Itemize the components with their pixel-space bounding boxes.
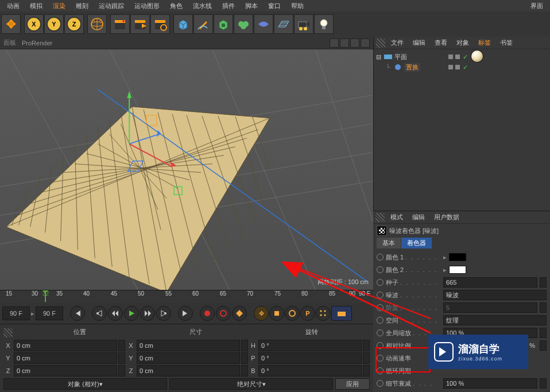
menu-script[interactable]: 脚本 (241, 1, 262, 11)
prev-key-button[interactable] (92, 306, 107, 321)
octave-input: 5 (443, 302, 537, 313)
generator-button[interactable] (214, 14, 233, 34)
frame-start-input[interactable] (2, 306, 30, 320)
space-select[interactable]: 纹理 (443, 315, 547, 325)
noise-type-select[interactable]: 噪波 (443, 290, 547, 300)
pos-z-input[interactable] (14, 365, 117, 377)
tab-basic[interactable]: 基本 (377, 238, 401, 249)
material-preview-icon[interactable] (471, 51, 483, 62)
mode-scale-button[interactable] (269, 306, 284, 321)
size-y-input[interactable] (137, 352, 240, 364)
time-ruler[interactable]: 15 30 32 35 40 45 50 55 60 65 70 75 80 8… (0, 290, 373, 303)
floor-button[interactable] (274, 14, 293, 34)
coord-mode-select[interactable]: 对象 (相对) ▾ (3, 378, 167, 390)
menu-render[interactable]: 渲染 (48, 1, 70, 11)
menu-anim[interactable]: 动画 (2, 1, 24, 11)
svg-point-19 (304, 27, 307, 30)
svg-point-14 (241, 24, 246, 29)
mode-rotate-button[interactable] (285, 306, 300, 321)
collapse-icon[interactable]: ⊟ (376, 53, 382, 61)
lightbulb-icon (316, 17, 331, 32)
mode-param-button[interactable]: P (300, 306, 315, 321)
prev-frame-button[interactable] (108, 306, 123, 321)
am-userdata[interactable]: 用户数据 (431, 212, 463, 223)
goto-end-button[interactable] (178, 306, 193, 321)
globe-icon (90, 17, 104, 32)
svg-point-5 (122, 20, 125, 22)
om-file[interactable]: 文件 (388, 37, 407, 48)
pos-y-input[interactable] (14, 352, 117, 364)
render-view-button[interactable] (110, 14, 130, 34)
primitive-cube-button[interactable] (173, 14, 193, 34)
next-key-button[interactable] (156, 306, 171, 321)
frame-end-input[interactable] (36, 306, 63, 320)
record-button[interactable] (200, 306, 215, 321)
deform-icon (236, 17, 251, 32)
color2-swatch[interactable] (449, 266, 466, 274)
axis-x-button[interactable]: X (24, 14, 44, 34)
goto-start-button[interactable] (70, 306, 85, 321)
menu-layout[interactable]: 界面 (526, 1, 548, 11)
3d-viewport[interactable]: 网格间距 : 100 cm (0, 49, 373, 290)
view-nav-1[interactable] (330, 38, 339, 48)
menu-sim[interactable]: 模拟 (25, 1, 47, 11)
rot-b-input[interactable] (258, 365, 362, 377)
menu-help[interactable]: 帮助 (286, 1, 308, 11)
axis-y-button[interactable]: Y (44, 14, 64, 34)
rot-p-input[interactable] (258, 352, 362, 364)
pos-x-input[interactable] (14, 340, 117, 351)
om-object[interactable]: 对象 (453, 37, 472, 48)
rot-h-input[interactable] (258, 340, 362, 351)
menu-window[interactable]: 窗口 (264, 1, 285, 11)
om-tags[interactable]: 标签 (475, 37, 494, 48)
light-button[interactable] (314, 14, 334, 34)
keysel-button[interactable] (232, 306, 247, 321)
camera-button[interactable] (294, 14, 313, 34)
menu-plugins[interactable]: 插件 (218, 1, 239, 11)
size-x-input[interactable] (137, 340, 240, 351)
svg-point-40 (96, 312, 99, 315)
play-button[interactable] (124, 306, 139, 321)
seed-input[interactable]: 665 (443, 277, 537, 288)
next-frame-button[interactable] (140, 306, 155, 321)
svg-rect-3 (115, 22, 125, 29)
panel-label[interactable]: 面板 (3, 38, 16, 47)
mode-move-button[interactable]: ✥ (254, 306, 269, 321)
apply-button[interactable]: 应用 (335, 378, 370, 390)
move-tool[interactable]: ✥ (1, 14, 21, 34)
mode-anim-button[interactable] (331, 306, 352, 321)
mode-pointlevel-button[interactable] (316, 306, 331, 321)
menu-sculpt[interactable]: 雕刻 (71, 1, 93, 11)
render-pv-button[interactable] (130, 14, 150, 34)
svg-point-42 (204, 311, 210, 316)
color1-swatch[interactable] (449, 253, 466, 261)
menu-mograph[interactable]: 运动图形 (130, 1, 164, 11)
menu-track[interactable]: 运动跟踪 (94, 1, 129, 11)
camera-icon (296, 17, 311, 32)
menu-pipeline[interactable]: 流水线 (188, 1, 216, 11)
am-edit[interactable]: 编辑 (409, 212, 428, 223)
om-view[interactable]: 查看 (431, 37, 451, 48)
environment-button[interactable] (254, 14, 273, 34)
view-nav-4[interactable] (361, 38, 370, 48)
menu-character[interactable]: 角色 (165, 1, 187, 11)
am-mode[interactable]: 模式 (387, 212, 406, 223)
render-settings-button[interactable] (150, 14, 170, 34)
size-z-input[interactable] (137, 365, 240, 377)
renderer-name[interactable]: ProRender (22, 40, 52, 46)
om-bookmarks[interactable]: 书签 (497, 37, 516, 48)
detail-input[interactable]: 100 % (443, 378, 537, 389)
view-nav-3[interactable] (350, 38, 359, 48)
coord-system-button[interactable] (87, 14, 107, 34)
view-nav-2[interactable] (340, 38, 349, 48)
object-tree[interactable]: ⊟ 平面 └ 置换 ✓ ✓ (374, 49, 550, 211)
time-marker[interactable] (45, 292, 46, 302)
tab-shader[interactable]: 着色器 (401, 238, 432, 249)
axis-z-button[interactable]: Z (64, 14, 84, 34)
size-mode-select[interactable]: 绝对尺寸 ▾ (169, 378, 333, 390)
autokey-button[interactable] (216, 306, 231, 321)
pen-icon (196, 17, 211, 32)
om-edit[interactable]: 编辑 (409, 37, 429, 48)
deformer-button[interactable] (234, 14, 253, 34)
spline-pen-button[interactable] (193, 14, 213, 34)
